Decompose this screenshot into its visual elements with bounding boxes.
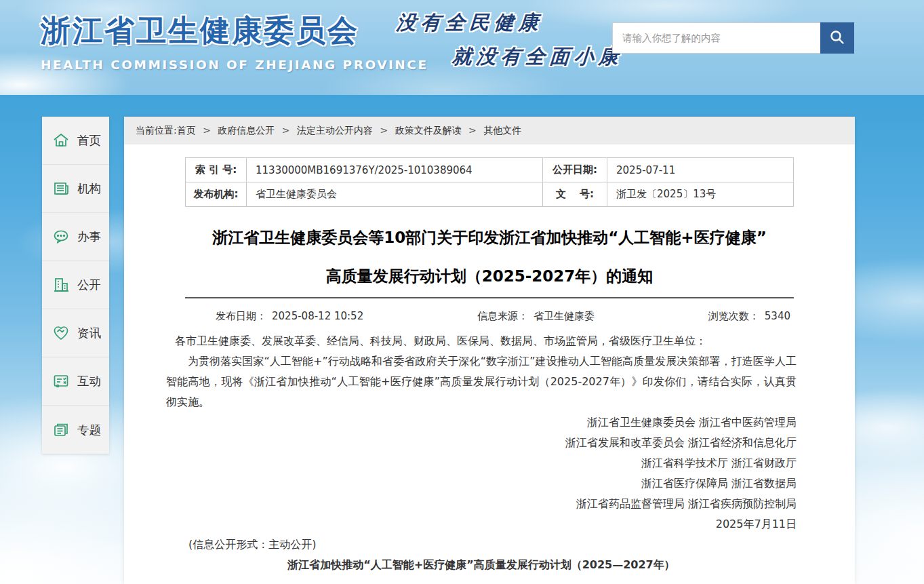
issuing-agency-label: 发布机构:	[186, 182, 247, 207]
article-body: 各市卫生健康委、发展改革委、经信局、科技局、财政局、医保局、数据局、市场监管局，…	[166, 331, 797, 575]
breadcrumb-separator: >	[380, 125, 388, 136]
building-icon	[52, 276, 70, 294]
signature-line: 浙江省科学技术厅 浙江省财政厅	[166, 453, 797, 473]
title-divider	[185, 297, 794, 298]
survey-form-icon	[52, 372, 70, 390]
table-row: 索 引 号: 11330000MB1691376Y/2025-101038906…	[186, 158, 794, 182]
disclosure-note: (信息公开形式：主动公开)	[166, 534, 797, 555]
page-title: 浙江省卫生健康委员会等10部门关于印发浙江省加快推动“人工智能+医疗健康” 高质…	[124, 227, 855, 286]
breadcrumb-gov-info[interactable]: 政府信息公开	[218, 125, 275, 136]
breadcrumb-prefix: 当前位置:	[136, 125, 177, 136]
publish-datetime: 发布日期：2025-08-12 10:52	[216, 310, 363, 323]
sidebar-item-interact[interactable]: 互动	[42, 357, 109, 406]
breadcrumb-separator: >	[468, 125, 477, 136]
sidebar-item-label: 办事	[77, 229, 101, 245]
table-row: 发布机构: 省卫生健康委员会 文 号: 浙卫发〔2025〕13号	[186, 182, 794, 207]
sidebar-item-disclosure[interactable]: 公开	[42, 261, 109, 309]
sidebar-item-service[interactable]: 办事	[42, 213, 109, 261]
sidebar-item-label: 机构	[77, 180, 101, 197]
title-line-1: 浙江省卫生健康委员会等10部门关于印发浙江省加快推动“人工智能+医疗健康”	[124, 227, 855, 248]
title-line-2: 高质量发展行动计划（2025-2027年）的通知	[124, 266, 855, 286]
publish-datetime-label: 发布日期：	[216, 310, 266, 322]
header-slogan: 没有全民健康 就没有全面小康	[397, 9, 623, 71]
sidebar-item-news[interactable]: 资讯	[42, 309, 109, 357]
sidebar-item-label: 首页	[77, 132, 101, 149]
slogan-line-2: 就没有全面小康	[451, 43, 624, 71]
search-icon	[828, 28, 846, 48]
info-source-value: 省卫生健康委	[534, 310, 595, 322]
index-number-value: 11330000MB1691376Y/2025-1010389064	[247, 158, 543, 182]
page: 浙江省卫生健康委员会 HEALTH COMMISSION OF ZHEJIANG…	[0, 0, 924, 584]
sidebar-item-topics[interactable]: 专题	[42, 406, 109, 454]
sidebar-nav: 首页 机构 办事 公开 资讯	[42, 117, 109, 454]
signature-line: 浙江省医疗保障局 浙江省数据局	[166, 473, 797, 494]
doc-number-label: 文 号:	[543, 182, 607, 207]
publish-datetime-value: 2025-08-12 10:52	[272, 310, 363, 322]
breadcrumb-separator: >	[203, 125, 211, 136]
search-input[interactable]	[612, 22, 820, 54]
sidebar-item-label: 专题	[77, 422, 101, 438]
doc-number-value: 浙卫发〔2025〕13号	[607, 182, 794, 207]
attachment-title: 浙江省加快推动“人工智能+医疗健康”高质量发展行动计划（2025—2027年）	[166, 555, 797, 575]
view-count-label: 浏览次数：	[708, 310, 759, 322]
home-icon	[52, 132, 70, 149]
sidebar-item-home[interactable]: 首页	[42, 117, 109, 165]
signature-line: 浙江省卫生健康委员会 浙江省中医药管理局	[166, 412, 797, 433]
site-header: 浙江省卫生健康委员会 HEALTH COMMISSION OF ZHEJIANG…	[0, 0, 924, 95]
index-number-label: 索 引 号:	[186, 158, 247, 182]
publish-date-value: 2025-07-11	[607, 158, 794, 182]
documents-stack-icon	[52, 421, 70, 439]
sidebar-item-label: 资讯	[77, 325, 101, 341]
article-meta: 发布日期：2025-08-12 10:52 信息来源：省卫生健康委 浏览次数：5…	[216, 310, 790, 323]
breadcrumb-statutory[interactable]: 法定主动公开内容	[297, 125, 373, 136]
sidebar-item-org[interactable]: 机构	[42, 165, 109, 213]
view-count: 浏览次数：5340	[708, 310, 790, 323]
salutation: 各市卫生健康委、发展改革委、经信局、科技局、财政局、医保局、数据局、市场监管局，…	[166, 331, 797, 351]
handshake-heart-icon	[52, 324, 70, 342]
body-paragraph: 为贯彻落实国家“人工智能+”行动战略和省委省政府关于深化“数字浙江”建设推动人工…	[166, 351, 797, 412]
search-button[interactable]	[820, 22, 854, 54]
signature-date: 2025年7月11日	[166, 514, 797, 534]
sidebar-item-label: 互动	[77, 373, 101, 389]
site-logo[interactable]: 浙江省卫生健康委员会 HEALTH COMMISSION OF ZHEJIANG…	[41, 11, 428, 72]
slogan-line-1: 没有全民健康	[396, 9, 624, 37]
doc-info-table: 索 引 号: 11330000MB1691376Y/2025-101038906…	[185, 157, 794, 207]
sidebar-item-label: 公开	[77, 277, 101, 293]
site-title: 浙江省卫生健康委员会	[41, 11, 428, 51]
breadcrumb: 当前位置:首页 > 政府信息公开 > 法定主动公开内容 > 政策文件及解读 > …	[124, 117, 855, 144]
signature-line: 浙江省发展和改革委员会 浙江省经济和信息化厅	[166, 433, 797, 453]
info-source: 信息来源：省卫生健康委	[477, 310, 595, 323]
main-content: 当前位置:首页 > 政府信息公开 > 法定主动公开内容 > 政策文件及解读 > …	[124, 117, 855, 584]
breadcrumb-other-docs[interactable]: 其他文件	[483, 125, 521, 136]
signature-line: 浙江省药品监督管理局 浙江省疾病预防控制局	[166, 494, 797, 514]
breadcrumb-home[interactable]: 首页	[177, 125, 196, 136]
breadcrumb-policy-docs[interactable]: 政策文件及解读	[395, 125, 462, 136]
site-search	[612, 22, 854, 54]
issuing-agency-value: 省卫生健康委员会	[247, 182, 543, 207]
info-source-label: 信息来源：	[477, 310, 528, 322]
breadcrumb-separator: >	[282, 125, 290, 136]
site-subtitle: HEALTH COMMISSION OF ZHEJIANG PROVINCE	[41, 58, 428, 72]
newspaper-icon	[52, 180, 70, 197]
chat-bubble-icon	[52, 228, 70, 246]
view-count-value: 5340	[765, 310, 790, 322]
publish-date-label: 公开日期:	[543, 158, 607, 182]
